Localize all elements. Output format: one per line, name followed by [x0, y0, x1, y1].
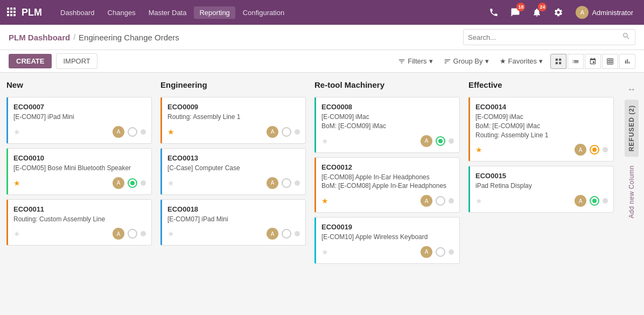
groupby-button[interactable]: Group By ▾ [440, 55, 492, 67]
card-star[interactable]: ★ [475, 197, 482, 205]
card-status[interactable] [128, 178, 137, 188]
card-star[interactable]: ★ [167, 179, 174, 187]
view-chart-button[interactable] [619, 54, 635, 69]
favorites-label: Favorites [508, 57, 537, 65]
search-icon[interactable] [622, 32, 631, 43]
column-retool: Re-tool MachineryECO0008[E-COM09] iMacBo… [314, 79, 460, 309]
card-avatar: A [267, 228, 278, 240]
nav-dashboard[interactable]: Dashboard [55, 6, 100, 19]
view-table-button[interactable] [602, 54, 618, 69]
refused-column[interactable]: REFUSED (2) [625, 100, 639, 157]
discuss-icon-button[interactable]: 18 [507, 4, 524, 21]
app-grid-icon[interactable] [6, 7, 16, 18]
phone-icon-button[interactable] [485, 4, 502, 21]
card-status[interactable] [128, 127, 137, 137]
card-status[interactable] [590, 196, 599, 206]
card-status[interactable] [282, 229, 291, 239]
svg-rect-10 [559, 58, 561, 60]
import-button[interactable]: IMPORT [56, 53, 97, 69]
collapse-button[interactable]: ↔ [626, 83, 637, 95]
card-footer: ★A [475, 144, 608, 156]
filters-label: Filters [408, 57, 426, 65]
card-eco0014[interactable]: ECO0014[E-COM09] iMacBoM: [E-COM09] iMac… [468, 97, 614, 162]
card-dot[interactable] [141, 180, 146, 186]
favorites-button[interactable]: ★ Favorites ▾ [496, 55, 546, 67]
card-star[interactable]: ★ [13, 128, 20, 136]
card-footer: ★A [167, 228, 300, 240]
activity-icon-button[interactable]: 24 [528, 4, 545, 21]
view-calendar-button[interactable] [585, 54, 601, 69]
card-avatar: A [113, 228, 124, 240]
card-footer: ★A [321, 246, 454, 258]
nav-masterdata[interactable]: Master Data [143, 6, 192, 19]
create-button[interactable]: CREATE [9, 54, 52, 68]
card-status[interactable] [590, 145, 599, 155]
user-menu[interactable]: A Administrator [571, 4, 638, 21]
card-status[interactable] [436, 247, 445, 257]
card-eco0019[interactable]: ECO0019[E-COM10] Apple Wireless Keyboard… [314, 217, 460, 264]
card-eco0009[interactable]: ECO0009Routing: Assembly Line 1★A [160, 97, 306, 144]
activity-badge: 24 [538, 3, 547, 11]
filters-button[interactable]: Filters ▾ [395, 55, 436, 67]
card-dot[interactable] [603, 198, 608, 204]
card-eco0007[interactable]: ECO0007[E-COM07] iPad Mini★A [6, 97, 152, 144]
card-avatar: A [421, 195, 432, 207]
card-dot[interactable] [449, 138, 454, 144]
view-list-button[interactable] [568, 54, 584, 69]
card-eco0013[interactable]: ECO0013[C-Case] Computer Case★A [160, 148, 306, 195]
card-description: [E-COM09] iMacBoM: [E-COM09] iMacRouting… [475, 113, 608, 139]
column-engineering: EngineeringECO0009Routing: Assembly Line… [160, 79, 306, 309]
card-dot[interactable] [141, 129, 146, 135]
card-footer: ★A [321, 195, 454, 207]
view-kanban-button[interactable] [550, 54, 566, 69]
card-star[interactable]: ★ [13, 179, 20, 187]
card-status[interactable] [436, 136, 445, 146]
search-input[interactable] [468, 33, 622, 41]
nav-changes[interactable]: Changes [102, 6, 141, 19]
card-status[interactable] [282, 127, 291, 137]
svg-rect-8 [13, 14, 16, 16]
card-dot[interactable] [141, 231, 146, 236]
card-avatar: A [575, 195, 586, 207]
nav-reporting[interactable]: Reporting [194, 6, 235, 19]
groupby-arrow: ▾ [485, 57, 489, 65]
card-dot[interactable] [449, 198, 454, 204]
user-avatar: A [576, 6, 589, 19]
card-id: ECO0007 [13, 103, 146, 111]
card-avatar: A [575, 144, 586, 156]
top-navigation: PLM Dashboard Changes Master Data Report… [0, 0, 644, 25]
card-star[interactable]: ★ [321, 197, 328, 205]
card-star[interactable]: ★ [475, 145, 482, 154]
card-eco0015[interactable]: ECO0015iPad Retina Display★A [468, 166, 614, 213]
card-eco0018[interactable]: ECO0018[E-COM07] iPad Mini★A [160, 199, 306, 246]
card-eco0012[interactable]: ECO0012[E-COM08] Apple In-Ear Headphones… [314, 157, 460, 213]
nav-configuration[interactable]: Configuration [237, 6, 290, 19]
add-column-button[interactable]: Add new Column [625, 161, 639, 222]
card-star[interactable]: ★ [167, 229, 174, 238]
groupby-label: Group By [453, 57, 483, 65]
card-dot[interactable] [295, 180, 300, 186]
breadcrumb-home[interactable]: PLM Dashboard [9, 33, 70, 42]
card-star[interactable]: ★ [321, 137, 328, 145]
card-eco0011[interactable]: ECO0011Routing: Custom Assembly Line★A [6, 199, 152, 246]
card-dot[interactable] [603, 147, 608, 152]
card-star[interactable]: ★ [13, 229, 20, 238]
card-eco0008[interactable]: ECO0008[E-COM09] iMacBoM: [E-COM09] iMac… [314, 97, 460, 153]
card-status[interactable] [128, 229, 137, 239]
breadcrumb-current: Engineering Change Orders [79, 33, 179, 42]
svg-rect-4 [10, 11, 12, 13]
svg-rect-12 [559, 62, 561, 64]
card-dot[interactable] [295, 129, 300, 135]
card-star[interactable]: ★ [167, 128, 174, 136]
card-dot[interactable] [295, 231, 300, 236]
card-eco0010[interactable]: ECO0010[E-COM05] Bose Mini Bluetooth Spe… [6, 148, 152, 195]
card-description: iPad Retina Display [475, 181, 608, 191]
card-star[interactable]: ★ [321, 248, 328, 256]
card-status[interactable] [436, 196, 445, 206]
settings-icon-button[interactable] [550, 4, 567, 21]
search-box[interactable] [463, 29, 635, 45]
card-dot[interactable] [449, 249, 454, 255]
card-status[interactable] [282, 178, 291, 188]
right-panel: ↔REFUSED (2)Add new Column [622, 79, 641, 309]
toolbar: CREATE IMPORT Filters ▾ Group By ▾ ★ Fav… [0, 50, 644, 73]
